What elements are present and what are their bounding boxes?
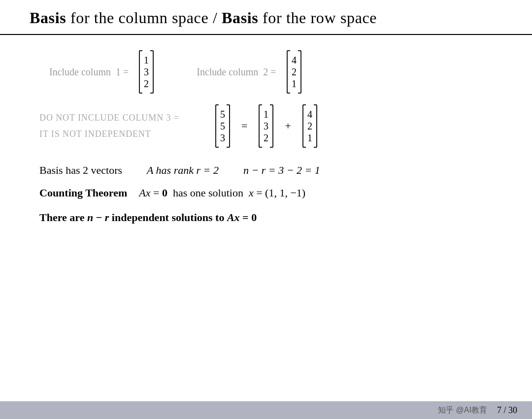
svg-text:4: 4 <box>292 55 297 65</box>
svg-text:1: 1 <box>292 78 297 89</box>
page-title: Basis for the column space / Basis for t… <box>30 9 377 27</box>
plus-sign: + <box>285 120 291 132</box>
matrix-col2: 4 2 1 <box>283 50 305 94</box>
svg-text:1: 1 <box>144 55 149 65</box>
title-basis2: Basis <box>222 9 258 27</box>
matrix-col1: 1 3 2 <box>135 50 157 94</box>
null-dim-text: n − r = 3 − 2 = 1 <box>243 164 320 177</box>
donotinclude-line2: IT IS NOT INDEPENDENT <box>39 127 187 141</box>
svg-text:3: 3 <box>264 121 268 131</box>
title-basis1: Basis <box>30 9 66 27</box>
svg-text:1: 1 <box>264 109 268 120</box>
zhihu-label: 知乎 @AI教育 <box>438 405 487 416</box>
equals-sign: = <box>241 120 247 132</box>
main-content: Include column 1 = 1 3 2 Include column … <box>0 50 532 224</box>
svg-text:5: 5 <box>220 109 225 120</box>
svg-text:5: 5 <box>220 121 225 131</box>
svg-text:3: 3 <box>144 66 149 77</box>
svg-text:1: 1 <box>307 132 312 143</box>
bottom-info: 知乎 @AI教育 7 / 30 <box>438 405 517 416</box>
svg-text:2: 2 <box>307 121 312 131</box>
counting-theorem-content: Ax = 0 has one solution x = (1, 1, −1) <box>139 187 305 199</box>
include-col1-label: Include column 1 = <box>49 66 129 78</box>
svg-text:2: 2 <box>292 66 297 77</box>
matrix-421: 4 2 1 <box>299 104 321 148</box>
svg-text:3: 3 <box>220 132 225 143</box>
rank-text: A has rank r = 2 <box>147 164 219 177</box>
final-row: There are n − r independent solutions to… <box>39 211 502 224</box>
include-col2-label: Include column 2 = <box>197 66 276 78</box>
svg-text:4: 4 <box>307 109 312 120</box>
title-bar: Basis for the column space / Basis for t… <box>0 0 532 35</box>
include-col2: Include column 2 = 4 2 1 <box>197 50 304 94</box>
counting-theorem-row: Counting Theorem Ax = 0 has one solution… <box>39 187 502 199</box>
bottom-bar: 知乎 @AI教育 7 / 30 <box>0 401 532 419</box>
svg-text:2: 2 <box>144 78 149 89</box>
include-col1: Include column 1 = 1 3 2 <box>49 50 157 94</box>
matrix-553: 5 5 3 <box>212 104 233 148</box>
counting-theorem-label: Counting Theorem <box>39 187 127 199</box>
donotinclude-line1: DO NOT INCLUDE COLUMN 3 = <box>39 111 187 125</box>
basis-vectors-text: Basis has 2 vectors <box>39 164 122 177</box>
include-columns-row: Include column 1 = 1 3 2 Include column … <box>49 50 502 94</box>
final-text: There are n − r independent solutions to… <box>39 211 257 224</box>
donotinclude-row: DO NOT INCLUDE COLUMN 3 = IT IS NOT INDE… <box>39 104 502 148</box>
equation-area: 5 5 3 = 1 3 2 + <box>212 104 321 148</box>
page-number: 7 / 30 <box>497 405 517 416</box>
basis-info-row: Basis has 2 vectors A has rank r = 2 n −… <box>39 164 502 177</box>
svg-text:2: 2 <box>264 132 268 143</box>
title-middle: for the column space / <box>66 9 222 27</box>
matrix-132: 1 3 2 <box>255 104 277 148</box>
title-end: for the row space <box>258 9 377 27</box>
